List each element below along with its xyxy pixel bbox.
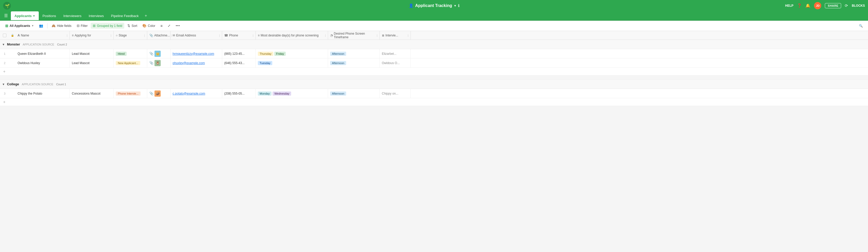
- select-all-checkbox[interactable]: [0, 34, 9, 37]
- group-source-monster: APPLICATION SOURCE: [22, 43, 55, 46]
- table-row: 3 Chippy the Potato Concessions Mascot P…: [0, 89, 868, 98]
- title-dropdown-icon[interactable]: ▼: [454, 4, 457, 7]
- cell-name[interactable]: Queen Elizardbeth II: [16, 49, 70, 58]
- share-button[interactable]: SHARE: [825, 3, 841, 8]
- col-timeframe-label: Desired Phone Screen Timeframe: [334, 32, 376, 39]
- cell-email[interactable]: ohuxley@example.com: [170, 58, 222, 67]
- more-options-button[interactable]: •••: [174, 23, 182, 29]
- sort-icon: ⇅: [127, 24, 130, 28]
- blocks-label[interactable]: BLOCKS: [852, 4, 865, 7]
- tab-pipeline-feedback[interactable]: Pipeline Feedback: [107, 11, 142, 20]
- group-button[interactable]: ⊞ Grouped by 1 field: [91, 23, 124, 29]
- col-timeframe-resize[interactable]: |: [377, 34, 377, 37]
- add-row-button-monster[interactable]: +: [0, 68, 868, 75]
- color-icon: 🎨: [142, 24, 147, 28]
- hide-fields-button[interactable]: 🙈 Hide fields: [50, 23, 73, 29]
- avatar[interactable]: JD: [814, 2, 821, 9]
- top-bar: 🌱 👤 Applicant Tracking ▼ ℹ HELP ❓ 🔔 JD S…: [0, 0, 868, 11]
- stage-badge: New Applicant...: [116, 61, 140, 65]
- help-icon[interactable]: ❓: [797, 3, 802, 8]
- col-header-desirable-days[interactable]: ≡ Most desirable day(s) for phone screen…: [256, 31, 328, 39]
- app-title-area: 👤 Applicant Tracking ▼ ℹ: [409, 3, 459, 8]
- tab-applicants[interactable]: Applicants ▼: [11, 11, 39, 20]
- cell-attachments[interactable]: 📎 🥔: [147, 89, 170, 98]
- col-name-resize[interactable]: |: [67, 34, 67, 37]
- bell-icon[interactable]: 🔔: [805, 3, 810, 8]
- hamburger-menu[interactable]: ☰: [2, 11, 10, 20]
- cell-attachments[interactable]: 📎 🦉: [147, 58, 170, 67]
- tab-interviews[interactable]: Interviews: [85, 11, 107, 20]
- add-tab-button[interactable]: +: [142, 11, 150, 20]
- lock-icon: 🔒: [11, 34, 14, 37]
- col-desirable-resize[interactable]: |: [325, 34, 326, 37]
- col-phone-label: Phone: [229, 34, 238, 37]
- cell-name[interactable]: Chippy the Potato: [16, 89, 70, 98]
- row-height-button[interactable]: ≡: [158, 23, 164, 29]
- group-count-college: Count 1: [56, 83, 66, 86]
- email-link[interactable]: hrmqueenlizzy@example.com: [173, 52, 214, 56]
- app-logo[interactable]: 🌱: [3, 2, 11, 9]
- col-email-resize[interactable]: |: [219, 34, 220, 37]
- cell-desirable-days: Tuesday: [256, 58, 328, 67]
- email-link[interactable]: ohuxley@example.com: [173, 61, 205, 65]
- add-row-button-college[interactable]: +: [0, 98, 868, 106]
- cell-email[interactable]: c.potato@example.com: [170, 89, 222, 98]
- col-header-interviewer[interactable]: ≣ Intervie... |: [380, 31, 411, 39]
- lock-column-header: 🔒: [9, 34, 16, 37]
- email-link[interactable]: c.potato@example.com: [173, 92, 205, 95]
- col-name-type-icon: A: [18, 34, 20, 37]
- col-header-email[interactable]: ✉ Email Address |: [170, 31, 222, 39]
- tab-interviewers[interactable]: Interviewers: [60, 11, 85, 20]
- col-header-timeframe[interactable]: ◔ Desired Phone Screen Timeframe |: [328, 31, 380, 39]
- group-header-college: ▼ College APPLICATION SOURCE Count 1: [0, 80, 868, 89]
- group-toggle-college[interactable]: ▼: [2, 83, 5, 86]
- manage-users-button[interactable]: 👥: [37, 23, 45, 29]
- group-header-monster: ▼ Monster APPLICATION SOURCE Count 2: [0, 40, 868, 49]
- cell-desirable-days: MondayWednesday: [256, 89, 328, 98]
- col-header-applying-for[interactable]: ≡ Applying for |: [70, 31, 114, 39]
- col-header-phone[interactable]: ☎ Phone |: [222, 31, 256, 39]
- filter-button[interactable]: ⊟ Filter: [75, 23, 90, 29]
- group-spacer: [0, 75, 868, 80]
- cell-name[interactable]: Owldous Huxley: [16, 58, 70, 67]
- color-button[interactable]: 🎨 Color: [140, 23, 157, 29]
- cell-interviewer: Chippy on...: [380, 89, 411, 98]
- cell-phone: (646) 555-43...: [222, 58, 256, 67]
- col-phone-resize[interactable]: |: [253, 34, 253, 37]
- col-stage-resize[interactable]: |: [144, 34, 145, 37]
- cell-stage: Phone Intervie...: [114, 89, 147, 98]
- cell-email[interactable]: hrmqueenlizzy@example.com: [170, 49, 222, 58]
- cell-applying-for: Lead Mascot: [70, 49, 114, 58]
- cell-attachments[interactable]: 📎 👑: [147, 49, 170, 58]
- grid-view-icon: ⊞: [5, 24, 8, 28]
- group-toggle-monster[interactable]: ▼: [2, 43, 5, 46]
- group-icon: ⊞: [93, 24, 96, 28]
- header-checkbox[interactable]: [3, 34, 6, 37]
- attachment-thumbnail: 🥔: [154, 91, 161, 97]
- day-tag-friday: Friday: [274, 52, 286, 56]
- paperclip-icon: 📎: [149, 61, 153, 65]
- toolbar-divider-1: [47, 23, 48, 28]
- paperclip-icon: 📎: [149, 52, 153, 56]
- day-tag-tuesday: Tuesday: [258, 61, 272, 65]
- group-count-monster: Count 2: [57, 43, 67, 46]
- col-header-stage[interactable]: ○ Stage |: [114, 31, 147, 39]
- col-interviewer-resize[interactable]: |: [408, 34, 408, 37]
- col-header-attachments[interactable]: 📎 Attachme... |: [147, 31, 170, 39]
- day-tag-wednesday: Wednesday: [273, 92, 291, 96]
- col-attach-label: Attachme...: [154, 34, 170, 37]
- row-number: 3: [0, 92, 9, 95]
- col-header-name[interactable]: A Name |: [16, 31, 70, 39]
- col-timeframe-type-icon: ◔: [330, 34, 333, 37]
- col-applying-resize[interactable]: |: [111, 34, 111, 37]
- sort-button[interactable]: ⇅ Sort: [125, 23, 139, 29]
- expand-button[interactable]: ⤢: [165, 23, 173, 29]
- col-interviewer-label: Intervie...: [385, 34, 398, 37]
- tab-positions[interactable]: Positions: [39, 11, 60, 20]
- history-icon[interactable]: ⟳: [845, 3, 848, 8]
- info-icon[interactable]: ℹ: [458, 4, 459, 8]
- col-name-label: Name: [21, 34, 29, 37]
- help-label[interactable]: HELP: [785, 4, 793, 7]
- view-selector[interactable]: ⊞ All Applicants ▼: [3, 23, 36, 29]
- search-button[interactable]: 🔍: [857, 23, 865, 29]
